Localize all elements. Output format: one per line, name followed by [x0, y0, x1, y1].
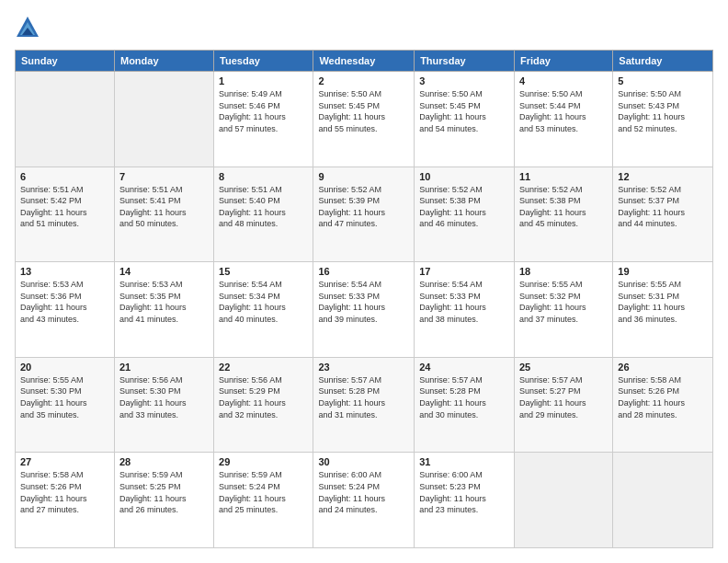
day-cell: 6Sunrise: 5:51 AMSunset: 5:42 PMDaylight…	[16, 167, 115, 262]
day-number: 29	[219, 456, 308, 467]
day-info: Sunrise: 5:52 AMSunset: 5:39 PMDaylight:…	[318, 184, 409, 230]
day-number: 2	[318, 75, 409, 86]
day-cell: 29Sunrise: 5:59 AMSunset: 5:24 PMDayligh…	[214, 453, 313, 548]
day-cell: 18Sunrise: 5:55 AMSunset: 5:32 PMDayligh…	[514, 262, 612, 358]
day-number: 27	[20, 456, 109, 467]
day-cell: 30Sunrise: 6:00 AMSunset: 5:24 PMDayligh…	[313, 453, 415, 548]
day-cell: 2Sunrise: 5:50 AMSunset: 5:45 PMDaylight…	[313, 72, 415, 167]
day-number: 21	[119, 362, 209, 373]
calendar-table: SundayMondayTuesdayWednesdayThursdayFrid…	[15, 50, 713, 548]
day-info: Sunrise: 5:53 AMSunset: 5:35 PMDaylight:…	[119, 279, 209, 325]
day-info: Sunrise: 5:58 AMSunset: 5:26 PMDaylight:…	[618, 374, 708, 420]
day-info: Sunrise: 5:52 AMSunset: 5:38 PMDaylight:…	[419, 184, 509, 230]
day-cell: 8Sunrise: 5:51 AMSunset: 5:40 PMDaylight…	[214, 167, 313, 262]
weekday-header-friday: Friday	[514, 51, 612, 72]
day-cell: 10Sunrise: 5:52 AMSunset: 5:38 PMDayligh…	[415, 167, 515, 262]
day-number: 12	[618, 171, 708, 182]
day-info: Sunrise: 5:50 AMSunset: 5:45 PMDaylight:…	[419, 88, 509, 134]
page: SundayMondayTuesdayWednesdayThursdayFrid…	[0, 0, 728, 563]
day-number: 20	[20, 362, 109, 373]
day-info: Sunrise: 5:58 AMSunset: 5:26 PMDaylight:…	[20, 469, 109, 515]
day-info: Sunrise: 5:54 AMSunset: 5:33 PMDaylight:…	[318, 279, 409, 325]
day-cell: 17Sunrise: 5:54 AMSunset: 5:33 PMDayligh…	[415, 262, 515, 358]
day-info: Sunrise: 5:55 AMSunset: 5:30 PMDaylight:…	[20, 374, 109, 420]
day-info: Sunrise: 5:50 AMSunset: 5:43 PMDaylight:…	[618, 88, 708, 134]
day-number: 17	[419, 266, 509, 277]
day-cell	[16, 72, 115, 167]
day-info: Sunrise: 5:53 AMSunset: 5:36 PMDaylight:…	[20, 279, 109, 325]
week-row-1: 1Sunrise: 5:49 AMSunset: 5:46 PMDaylight…	[16, 72, 713, 167]
day-info: Sunrise: 5:57 AMSunset: 5:28 PMDaylight:…	[318, 374, 409, 420]
day-cell: 19Sunrise: 5:55 AMSunset: 5:31 PMDayligh…	[613, 262, 713, 358]
day-cell	[514, 453, 612, 548]
week-row-5: 27Sunrise: 5:58 AMSunset: 5:26 PMDayligh…	[16, 453, 713, 548]
day-info: Sunrise: 5:51 AMSunset: 5:41 PMDaylight:…	[119, 184, 209, 230]
day-number: 1	[219, 75, 308, 86]
calendar-body: 1Sunrise: 5:49 AMSunset: 5:46 PMDaylight…	[16, 72, 713, 548]
day-cell	[613, 453, 713, 548]
week-row-3: 13Sunrise: 5:53 AMSunset: 5:36 PMDayligh…	[16, 262, 713, 358]
day-cell: 12Sunrise: 5:52 AMSunset: 5:37 PMDayligh…	[613, 167, 713, 262]
day-number: 28	[119, 456, 209, 467]
day-cell: 5Sunrise: 5:50 AMSunset: 5:43 PMDaylight…	[613, 72, 713, 167]
day-number: 25	[519, 362, 608, 373]
day-cell: 20Sunrise: 5:55 AMSunset: 5:30 PMDayligh…	[16, 357, 115, 453]
day-cell: 14Sunrise: 5:53 AMSunset: 5:35 PMDayligh…	[114, 262, 213, 358]
weekday-header-saturday: Saturday	[613, 51, 713, 72]
day-cell: 27Sunrise: 5:58 AMSunset: 5:26 PMDayligh…	[16, 453, 115, 548]
day-info: Sunrise: 5:50 AMSunset: 5:44 PMDaylight:…	[519, 88, 608, 134]
day-cell: 9Sunrise: 5:52 AMSunset: 5:39 PMDaylight…	[313, 167, 415, 262]
day-info: Sunrise: 5:54 AMSunset: 5:33 PMDaylight:…	[419, 279, 509, 325]
logo	[15, 15, 44, 40]
day-number: 4	[519, 75, 608, 86]
header	[15, 15, 713, 40]
day-info: Sunrise: 5:57 AMSunset: 5:27 PMDaylight:…	[519, 374, 608, 420]
day-number: 7	[119, 171, 209, 182]
week-row-4: 20Sunrise: 5:55 AMSunset: 5:30 PMDayligh…	[16, 357, 713, 453]
day-cell: 31Sunrise: 6:00 AMSunset: 5:23 PMDayligh…	[415, 453, 515, 548]
day-info: Sunrise: 5:56 AMSunset: 5:30 PMDaylight:…	[119, 374, 209, 420]
day-number: 31	[419, 456, 509, 467]
day-info: Sunrise: 6:00 AMSunset: 5:24 PMDaylight:…	[318, 469, 409, 515]
day-number: 14	[119, 266, 209, 277]
day-cell: 15Sunrise: 5:54 AMSunset: 5:34 PMDayligh…	[214, 262, 313, 358]
day-info: Sunrise: 5:52 AMSunset: 5:37 PMDaylight:…	[618, 184, 708, 230]
day-cell: 21Sunrise: 5:56 AMSunset: 5:30 PMDayligh…	[114, 357, 213, 453]
day-number: 22	[219, 362, 308, 373]
day-number: 13	[20, 266, 109, 277]
day-number: 19	[618, 266, 708, 277]
day-cell: 13Sunrise: 5:53 AMSunset: 5:36 PMDayligh…	[16, 262, 115, 358]
day-info: Sunrise: 5:57 AMSunset: 5:28 PMDaylight:…	[419, 374, 509, 420]
day-number: 9	[318, 171, 409, 182]
weekday-header-thursday: Thursday	[415, 51, 515, 72]
calendar-header: SundayMondayTuesdayWednesdayThursdayFrid…	[16, 51, 713, 72]
day-number: 5	[618, 75, 708, 86]
logo-icon	[15, 15, 40, 40]
weekday-header-monday: Monday	[114, 51, 213, 72]
day-cell: 24Sunrise: 5:57 AMSunset: 5:28 PMDayligh…	[415, 357, 515, 453]
day-cell: 22Sunrise: 5:56 AMSunset: 5:29 PMDayligh…	[214, 357, 313, 453]
day-info: Sunrise: 5:55 AMSunset: 5:31 PMDaylight:…	[618, 279, 708, 325]
day-number: 11	[519, 171, 608, 182]
day-info: Sunrise: 5:54 AMSunset: 5:34 PMDaylight:…	[219, 279, 308, 325]
day-info: Sunrise: 5:59 AMSunset: 5:24 PMDaylight:…	[219, 469, 308, 515]
weekday-header-sunday: Sunday	[16, 51, 115, 72]
day-info: Sunrise: 5:59 AMSunset: 5:25 PMDaylight:…	[119, 469, 209, 515]
day-number: 26	[618, 362, 708, 373]
day-info: Sunrise: 5:56 AMSunset: 5:29 PMDaylight:…	[219, 374, 308, 420]
day-number: 18	[519, 266, 608, 277]
day-cell: 25Sunrise: 5:57 AMSunset: 5:27 PMDayligh…	[514, 357, 612, 453]
day-cell: 26Sunrise: 5:58 AMSunset: 5:26 PMDayligh…	[613, 357, 713, 453]
day-number: 23	[318, 362, 409, 373]
day-cell: 3Sunrise: 5:50 AMSunset: 5:45 PMDaylight…	[415, 72, 515, 167]
day-number: 8	[219, 171, 308, 182]
day-cell: 1Sunrise: 5:49 AMSunset: 5:46 PMDaylight…	[214, 72, 313, 167]
week-row-2: 6Sunrise: 5:51 AMSunset: 5:42 PMDaylight…	[16, 167, 713, 262]
day-cell: 23Sunrise: 5:57 AMSunset: 5:28 PMDayligh…	[313, 357, 415, 453]
day-cell: 16Sunrise: 5:54 AMSunset: 5:33 PMDayligh…	[313, 262, 415, 358]
day-info: Sunrise: 5:50 AMSunset: 5:45 PMDaylight:…	[318, 88, 409, 134]
day-number: 6	[20, 171, 109, 182]
day-info: Sunrise: 5:51 AMSunset: 5:42 PMDaylight:…	[20, 184, 109, 230]
day-number: 10	[419, 171, 509, 182]
day-info: Sunrise: 5:55 AMSunset: 5:32 PMDaylight:…	[519, 279, 608, 325]
